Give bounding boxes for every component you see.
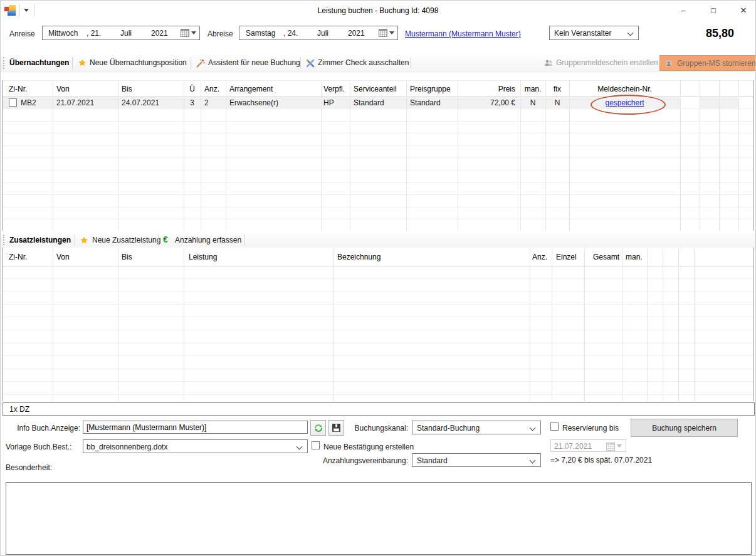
gruppen-ms-stornieren-button[interactable]: Gruppen-MS stornieren	[659, 55, 756, 71]
dropdown-arrow-icon	[389, 31, 394, 37]
toolbar-separator	[244, 234, 244, 246]
abreise-month: Juli	[317, 29, 328, 38]
col-header-verpfl[interactable]: Verpfl.	[323, 85, 345, 93]
abreise-day: Samstag	[246, 29, 275, 38]
cell-preisgruppe[interactable]: Standard	[410, 98, 441, 107]
vorlage-select[interactable]: bb_dreisonnenberg.dotx	[83, 439, 308, 453]
neue-uebernachtungsposition-button[interactable]: Neue Übernachtungsposition	[90, 58, 187, 67]
cell-fix[interactable]: N	[545, 98, 569, 107]
col-header-einzel[interactable]: Einzel	[556, 253, 577, 261]
col-header-fix[interactable]: fix	[545, 85, 569, 93]
col-header-leistung[interactable]: Leistung	[189, 253, 217, 261]
grid-line	[184, 248, 184, 401]
total-amount: 85,80	[684, 27, 734, 40]
buchungskanal-select[interactable]: Standard-Buchung	[412, 421, 541, 434]
col-header-arrangement[interactable]: Arrangement	[229, 85, 273, 93]
gruppenmeldeschein-erstellen-button[interactable]: Gruppenmeldeschein erstellen	[556, 58, 658, 67]
col-header-von[interactable]: Von	[56, 253, 70, 261]
uebernachtungen-grid: Zi-Nr. Von Bis Ü Anz. Arrangement Verpfl…	[2, 80, 754, 231]
person-stamp-icon	[664, 59, 673, 68]
buchung-speichern-button[interactable]: Buchung speichern	[631, 419, 738, 437]
anreise-datepicker[interactable]: Mittwoch , 21. Juli 2021	[42, 26, 200, 40]
neue-bestaetigung-checkbox[interactable]	[312, 441, 320, 449]
col-header-anz[interactable]: Anz.	[532, 253, 547, 261]
magic-wand-icon	[196, 58, 206, 68]
grid-line	[321, 81, 322, 231]
neue-bestaetigung-label: Neue Bestätigung erstellen	[323, 443, 414, 451]
col-header-man[interactable]: man.	[626, 253, 643, 261]
minimize-button[interactable]: –	[675, 3, 691, 18]
assistent-neue-buchung-button[interactable]: Assistent für neue Buchung	[208, 58, 300, 67]
floppy-disk-icon	[332, 423, 341, 433]
abreise-datepicker[interactable]: Samstag , 24. Juli 2021	[239, 26, 398, 40]
col-header-zi-nr[interactable]: Zi-Nr.	[9, 85, 27, 93]
anzahlungsvereinbarung-label: Anzahlungsvereinbarung:	[314, 456, 408, 465]
grid-row-lines	[3, 108, 753, 231]
col-header-von[interactable]: Von	[56, 85, 70, 93]
anreise-label: Anreise	[9, 29, 35, 38]
col-header-anz[interactable]: Anz.	[204, 85, 219, 93]
chevron-down-icon	[297, 444, 303, 450]
vorlage-value: bb_dreisonnenberg.dotx	[87, 443, 167, 451]
anreise-year: 2021	[151, 29, 168, 38]
chevron-down-icon	[627, 30, 634, 36]
col-header-preisgruppe[interactable]: Preisgruppe	[410, 85, 451, 93]
grid-line	[663, 248, 663, 401]
col-header-man[interactable]: man.	[520, 85, 545, 93]
save-icon-button[interactable]	[328, 420, 344, 436]
room-summary-text: 1x DZ	[9, 405, 29, 414]
grid-header-line	[3, 266, 753, 266]
guest-link[interactable]: Mustermann (Mustermann Muster)	[405, 29, 521, 38]
grid-line	[719, 81, 720, 231]
refresh-button[interactable]	[310, 420, 326, 436]
star-icon: ★	[80, 236, 88, 244]
anreise-month: Juli	[120, 29, 132, 38]
cell-man[interactable]: N	[520, 98, 545, 107]
gruppen-ms-stornieren-label: Gruppen-MS stornieren	[677, 59, 755, 68]
leistung-buchen-window: Leistung buchen - Buchung Id: 4098 – □ ✕…	[0, 0, 756, 556]
col-header-serviceanteil[interactable]: Serviceanteil	[354, 85, 397, 93]
toolbar-separator	[191, 57, 191, 69]
grid-line	[552, 248, 552, 401]
anzahlungsvereinbarung-select[interactable]: Standard	[412, 453, 541, 467]
cell-zi-nr[interactable]: MB2	[21, 98, 36, 107]
cell-serviceanteil[interactable]: Standard	[354, 98, 384, 107]
col-header-meldeschein-nr[interactable]: Meldeschein-Nr.	[569, 85, 680, 93]
veranstalter-select[interactable]: Kein Veranstalter	[549, 26, 639, 40]
col-header-preis[interactable]: Preis	[458, 85, 515, 93]
col-header-zi-nr[interactable]: Zi-Nr.	[9, 253, 27, 261]
uebernachtungen-toolbar: Übernachtungen ★ Neue Übernachtungsposit…	[1, 55, 755, 72]
grid-line	[678, 248, 679, 401]
zusatzleistungen-grid: Zi-Nr. Von Bis Leistung Bezeichnung Anz.…	[2, 248, 754, 401]
neue-zusatzleistung-button[interactable]: Neue Zusatzleistung	[92, 236, 160, 244]
besonderheit-textarea[interactable]	[6, 482, 752, 555]
maximize-button[interactable]: □	[705, 3, 722, 18]
col-header-bis[interactable]: Bis	[122, 85, 132, 93]
info-buch-anzeige-input[interactable]	[83, 421, 308, 434]
reservierung-bis-checkbox[interactable]	[550, 422, 559, 431]
cell-arrangement[interactable]: Erwachsene(r)	[229, 98, 278, 107]
cell-von[interactable]: 21.07.2021	[56, 98, 94, 107]
cell-preis[interactable]: 72,00 €	[458, 98, 515, 107]
row-checkbox[interactable]	[9, 98, 17, 107]
buchungskanal-label: Buchungskanal:	[343, 424, 408, 433]
col-header-bis[interactable]: Bis	[122, 253, 132, 261]
cell-anz[interactable]: 2	[204, 98, 209, 107]
cell-bis[interactable]: 24.07.2021	[122, 98, 159, 107]
anreise-num: , 21.	[87, 29, 101, 38]
cell-verpfl[interactable]: HP	[323, 98, 334, 107]
close-button[interactable]: ✕	[735, 3, 752, 18]
grid-line	[406, 81, 407, 231]
anzahlung-erfassen-button[interactable]: Anzahlung erfassen	[175, 236, 241, 244]
cell-ue[interactable]: 3	[184, 98, 201, 107]
col-header-gesamt[interactable]: Gesamt	[584, 253, 619, 261]
chevron-down-icon	[530, 458, 536, 464]
col-header-ue[interactable]: Ü	[184, 85, 201, 93]
grid-line	[700, 81, 700, 231]
group-people-icon	[543, 58, 554, 68]
col-header-bezeichnung[interactable]: Bezeichnung	[337, 253, 381, 261]
zimmer-check-button[interactable]: Zimmer Check ausschalten	[318, 58, 409, 67]
calendar-icon	[606, 443, 615, 451]
anzahlung-info-text: => 7,20 € bis spät. 07.07.2021	[550, 456, 652, 464]
toolbar-title-zusatzleistungen: Zusatzleistungen	[9, 236, 71, 244]
